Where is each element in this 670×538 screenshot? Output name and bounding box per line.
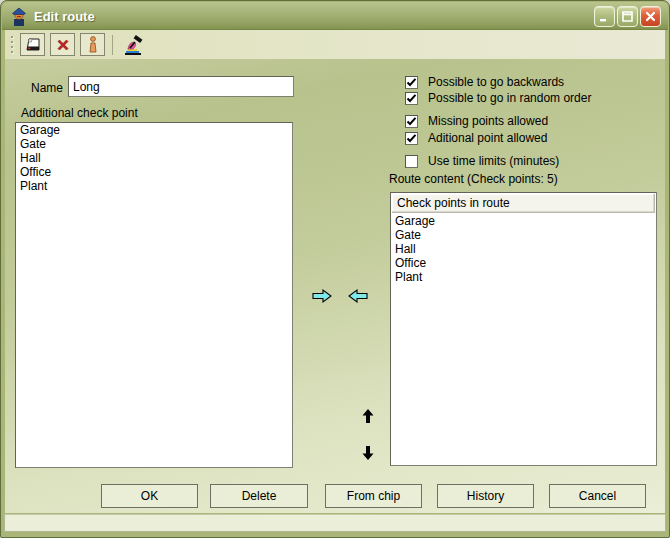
route-list-header[interactable]: Check points in route	[392, 194, 655, 213]
list-item[interactable]: Gate	[16, 137, 292, 151]
checkbox-backwards-label: Possible to go backwards	[428, 75, 564, 89]
move-up-icon[interactable]	[361, 408, 375, 424]
list-item[interactable]: Office	[391, 256, 656, 270]
toolbar-separator	[112, 35, 113, 55]
edit-route-dialog: Edit route	[0, 0, 670, 538]
additional-checkpoint-label: Additional check point	[21, 106, 138, 120]
guard-icon	[9, 6, 29, 26]
route-content-label: Route content (Check points: 5)	[389, 172, 558, 186]
delete-x-icon[interactable]	[50, 33, 75, 56]
checkbox-row-additional-point[interactable]: Aditional point allowed	[405, 131, 547, 145]
list-item[interactable]: Plant	[391, 270, 656, 284]
title-bar: Edit route	[2, 2, 668, 30]
checkbox-random-order-label: Possible to go in random order	[428, 91, 591, 105]
move-down-icon[interactable]	[361, 445, 375, 461]
list-item[interactable]: Plant	[16, 179, 292, 193]
checkbox-row-backwards[interactable]: Possible to go backwards	[405, 75, 564, 89]
list-item[interactable]: Hall	[16, 151, 292, 165]
minimize-button[interactable]	[594, 6, 615, 27]
checkbox-missing-points[interactable]	[405, 115, 418, 128]
checkbox-time-limits-label: Use time limits (minutes)	[428, 154, 559, 168]
list-item[interactable]: Garage	[391, 214, 656, 228]
move-left-icon[interactable]	[347, 288, 369, 304]
checkbox-row-time-limits[interactable]: Use time limits (minutes)	[405, 154, 559, 168]
save-icon[interactable]	[20, 33, 45, 56]
delete-button[interactable]: Delete	[210, 484, 308, 508]
from-chip-button[interactable]: From chip	[325, 484, 422, 508]
close-button[interactable]	[640, 6, 661, 27]
checkbox-row-random-order[interactable]: Possible to go in random order	[405, 91, 591, 105]
checkbox-time-limits[interactable]	[405, 155, 418, 168]
checkbox-row-missing-points[interactable]: Missing points allowed	[405, 114, 548, 128]
edit-tool-icon[interactable]	[119, 33, 147, 57]
checkbox-missing-points-label: Missing points allowed	[428, 114, 548, 128]
cancel-button[interactable]: Cancel	[549, 484, 646, 508]
toolbar	[5, 30, 665, 59]
move-right-icon[interactable]	[311, 288, 333, 304]
ok-button[interactable]: OK	[101, 484, 198, 508]
window-controls	[594, 6, 661, 27]
list-item[interactable]: Garage	[16, 123, 292, 137]
list-item[interactable]: Gate	[391, 228, 656, 242]
additional-checkpoint-list[interactable]: GarageGateHallOfficePlant	[15, 122, 293, 468]
checkbox-random-order[interactable]	[405, 92, 418, 105]
route-content-list[interactable]: Check points in route GarageGateHallOffi…	[390, 192, 657, 466]
window-title: Edit route	[34, 9, 594, 24]
info-icon[interactable]	[80, 33, 105, 56]
checkbox-backwards[interactable]	[405, 76, 418, 89]
history-button[interactable]: History	[437, 484, 534, 508]
name-input[interactable]	[68, 76, 294, 97]
name-label: Name	[31, 81, 63, 95]
maximize-button[interactable]	[617, 6, 638, 27]
checkbox-additional-point-label: Aditional point allowed	[428, 131, 547, 145]
toolbar-grip[interactable]	[11, 36, 13, 53]
status-bar	[4, 514, 666, 532]
list-item[interactable]: Hall	[391, 242, 656, 256]
route-list-items: GarageGateHallOfficePlant	[391, 214, 656, 284]
checkbox-additional-point[interactable]	[405, 132, 418, 145]
list-item[interactable]: Office	[16, 165, 292, 179]
